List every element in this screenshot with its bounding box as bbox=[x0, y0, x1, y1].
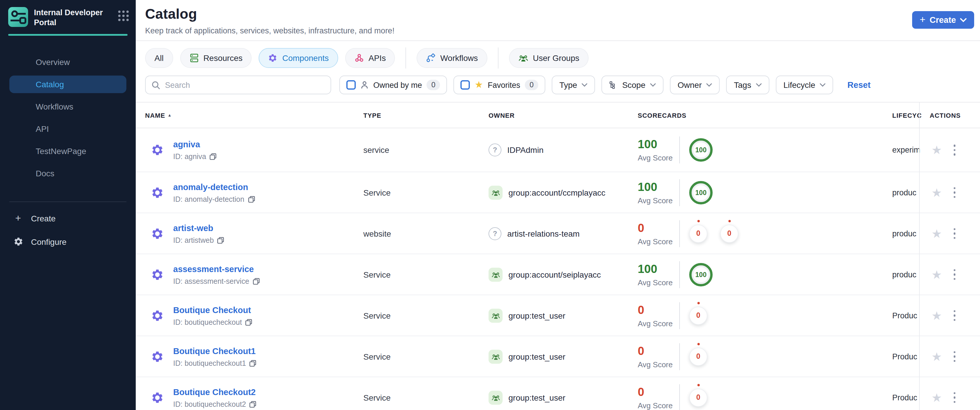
search-box bbox=[145, 75, 331, 94]
scorecard-ring[interactable]: 0 bbox=[689, 306, 707, 324]
owner-label: group:test_user bbox=[508, 352, 565, 361]
component-type: Service bbox=[363, 311, 391, 320]
kebab-menu-icon[interactable] bbox=[953, 350, 957, 363]
favorite-star-icon[interactable]: ★ bbox=[931, 268, 942, 280]
component-name-link[interactable]: anomaly-detection bbox=[173, 182, 248, 191]
copy-icon[interactable] bbox=[250, 400, 256, 408]
scorecard-ring[interactable]: 0 bbox=[689, 224, 707, 242]
column-header-name[interactable]: NAME▲ bbox=[145, 112, 172, 119]
owned-by-me-checkbox[interactable] bbox=[346, 80, 356, 89]
favorite-star-icon[interactable]: ★ bbox=[931, 309, 942, 321]
app-switcher-icon[interactable] bbox=[118, 11, 129, 21]
scorecard-ring[interactable]: 100 bbox=[689, 263, 713, 286]
sidebar-item-docs[interactable]: Docs bbox=[10, 164, 126, 182]
sidebar-nav: Overview Catalog Workflows API TestNewPa… bbox=[0, 35, 136, 182]
tab-apis[interactable]: APIs bbox=[345, 48, 395, 68]
favorite-star-icon[interactable]: ★ bbox=[931, 392, 942, 403]
tab-resources[interactable]: Resources bbox=[180, 48, 252, 68]
owner-cell: group:test_user bbox=[488, 349, 565, 364]
column-header-lifecycle[interactable]: LIFECYC bbox=[892, 112, 922, 119]
scorecard-rings: 100 bbox=[689, 263, 713, 286]
main-content: Catalog Keep track of applications, serv… bbox=[136, 0, 980, 410]
owned-by-me-filter[interactable]: Owned by me 0 bbox=[339, 75, 447, 94]
favorite-star-icon[interactable]: ★ bbox=[931, 144, 942, 156]
favorite-star-icon[interactable]: ★ bbox=[931, 351, 942, 362]
scope-dropdown[interactable]: Scope bbox=[602, 75, 663, 94]
sidebar-create-button[interactable]: + Create bbox=[10, 209, 126, 227]
component-gear-icon bbox=[151, 350, 164, 363]
copy-icon[interactable] bbox=[210, 153, 217, 160]
column-header-owner[interactable]: OWNER bbox=[488, 112, 515, 119]
favorite-star-icon[interactable]: ★ bbox=[931, 228, 942, 239]
lifecycle-value: Produc bbox=[892, 393, 920, 402]
sidebar-item-catalog[interactable]: Catalog bbox=[10, 75, 126, 93]
component-name-link[interactable]: assessment-service bbox=[173, 264, 254, 274]
kebab-menu-icon[interactable] bbox=[953, 391, 957, 404]
tab-workflows[interactable]: Workflows bbox=[417, 48, 487, 68]
scorecard-ring[interactable]: 0 bbox=[689, 347, 707, 365]
filter-bar: Owned by me 0 ★ Favorites 0 Type bbox=[145, 75, 980, 94]
owner-icon-slot: ? bbox=[488, 144, 501, 156]
chevron-down-icon bbox=[960, 18, 967, 22]
sidebar-divider bbox=[10, 201, 126, 202]
create-button[interactable]: + Create bbox=[912, 11, 974, 29]
column-header-scorecards[interactable]: SCORECARDS bbox=[638, 112, 686, 119]
owner-icon-slot bbox=[488, 390, 503, 404]
owner-cell: group:account/ccmplayacc bbox=[488, 185, 606, 199]
row-actions: ★ bbox=[931, 309, 957, 322]
scorecard-ring[interactable]: 0 bbox=[720, 224, 738, 242]
sidebar-item-api[interactable]: API bbox=[10, 120, 126, 137]
copy-icon[interactable] bbox=[217, 237, 224, 244]
lifecycle-value: Produc bbox=[892, 311, 920, 320]
row-actions: ★ bbox=[931, 227, 957, 240]
row-actions: ★ bbox=[931, 268, 957, 281]
owner-dropdown[interactable]: Owner bbox=[670, 75, 720, 94]
copy-icon[interactable] bbox=[245, 319, 253, 325]
scorecard-ring[interactable]: 0 bbox=[689, 388, 707, 407]
table-row: assessment-service ID: assessment-servic… bbox=[136, 254, 980, 295]
component-id: ID: artistweb bbox=[173, 236, 214, 244]
tabs-divider bbox=[406, 48, 406, 69]
tab-user-groups[interactable]: User Groups bbox=[509, 48, 589, 68]
search-input[interactable] bbox=[165, 81, 325, 89]
tags-dropdown[interactable]: Tags bbox=[726, 75, 769, 94]
sidebar-item-overview[interactable]: Overview bbox=[10, 53, 126, 70]
kebab-menu-icon[interactable] bbox=[953, 268, 957, 281]
favorites-checkbox[interactable] bbox=[461, 80, 470, 89]
tab-all[interactable]: All bbox=[145, 48, 173, 68]
sort-asc-icon: ▲ bbox=[168, 113, 172, 117]
sidebar-configure-button[interactable]: Configure bbox=[10, 233, 126, 250]
owner-icon-slot bbox=[488, 349, 503, 364]
favorite-star-icon[interactable]: ★ bbox=[931, 187, 942, 198]
favorites-filter[interactable]: ★ Favorites 0 bbox=[454, 75, 546, 94]
type-dropdown[interactable]: Type bbox=[552, 75, 595, 94]
sidebar-item-testnewpage[interactable]: TestNewPage bbox=[10, 142, 126, 160]
scorecard-ring[interactable]: 100 bbox=[689, 138, 713, 162]
kebab-menu-icon[interactable] bbox=[953, 309, 957, 322]
column-header-type[interactable]: TYPE bbox=[363, 112, 381, 119]
tab-components[interactable]: Components bbox=[259, 48, 338, 68]
chevron-down-icon bbox=[756, 83, 762, 87]
copy-icon[interactable] bbox=[253, 278, 260, 285]
scorecard-ring[interactable]: 100 bbox=[689, 181, 713, 204]
plus-icon: + bbox=[920, 14, 926, 25]
component-name-link[interactable]: Boutique Checkout1 bbox=[173, 346, 256, 356]
scorecard-divider bbox=[679, 136, 680, 163]
component-name-link[interactable]: agniva bbox=[173, 140, 200, 149]
kebab-menu-icon[interactable] bbox=[953, 186, 957, 199]
copy-icon[interactable] bbox=[250, 360, 256, 367]
page-header: Catalog Keep track of applications, serv… bbox=[136, 0, 980, 41]
reset-filters-link[interactable]: Reset bbox=[848, 80, 870, 89]
component-name-link[interactable]: artist-web bbox=[173, 223, 213, 233]
unknown-owner-icon: ? bbox=[488, 227, 501, 240]
component-name-link[interactable]: Boutique Checkout bbox=[173, 305, 251, 314]
component-id: ID: boutiquecheckout2 bbox=[173, 400, 246, 408]
component-name-link[interactable]: Boutique Checkout2 bbox=[173, 387, 256, 397]
owner-label: group:test_user bbox=[508, 311, 565, 320]
sidebar-footer: + Create Configure bbox=[0, 209, 136, 250]
kebab-menu-icon[interactable] bbox=[953, 144, 957, 157]
kebab-menu-icon[interactable] bbox=[953, 227, 957, 240]
lifecycle-dropdown[interactable]: Lifecycle bbox=[776, 75, 834, 94]
sidebar-item-workflows[interactable]: Workflows bbox=[10, 97, 126, 115]
copy-icon[interactable] bbox=[248, 196, 255, 203]
